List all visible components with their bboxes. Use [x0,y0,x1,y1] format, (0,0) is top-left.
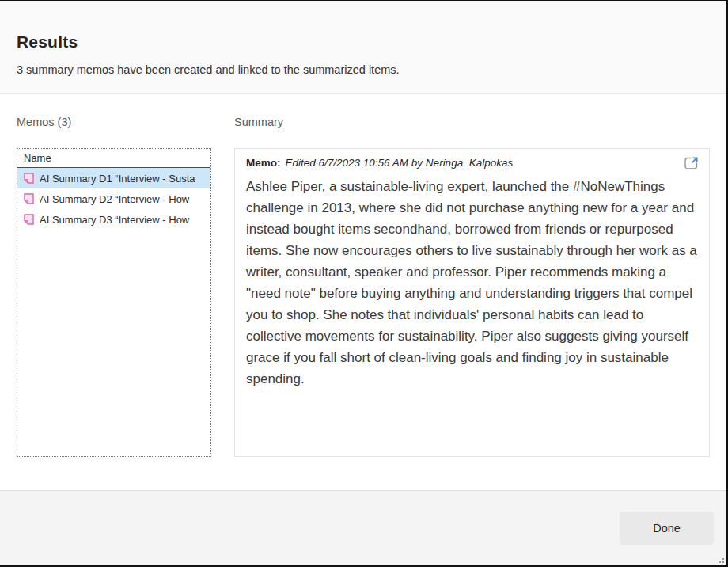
dialog-body: Memos (3) Name AI Summary D1 “Interview … [0,94,726,492]
memo-list-item[interactable]: AI Summary D1 “Interview - Susta [17,168,210,188]
page-title: Results [17,32,709,51]
memos-listbox[interactable]: Name AI Summary D1 “Interview - Susta [17,148,211,457]
memo-note-icon [23,213,35,226]
memo-note-icon [23,192,35,205]
memos-label: Memos (3) [17,116,211,128]
dialog-footer: Done [0,490,726,565]
results-dialog: Results 3 summary memos have been create… [0,0,728,567]
memo-edited-text: Edited 6/7/2023 10:56 AM by Neringa Kalp… [286,157,514,169]
memo-note-icon [23,172,35,185]
open-in-new-window-icon [684,155,700,171]
memo-list-item[interactable]: AI Summary D2 “Interview - How [17,188,210,209]
results-subtitle: 3 summary memos have been created and li… [17,63,709,76]
name-column-header: Name [17,149,210,168]
resize-grip-icon[interactable] [716,555,724,563]
memo-list-item[interactable]: AI Summary D3 “Interview - How [17,209,210,230]
memo-body-text: Ashlee Piper, a sustainable-living exper… [246,176,698,390]
open-in-new-window-button[interactable] [684,155,700,171]
memo-field-label: Memo: [246,157,281,169]
summary-column: Summary Memo:Edited 6/7/2023 10:56 AM by… [234,94,710,492]
memo-item-label: AI Summary D1 “Interview - Susta [40,173,195,185]
memos-column: Memos (3) Name AI Summary D1 “Interview … [17,94,211,492]
summary-label: Summary [234,116,710,128]
memo-header-line: Memo:Edited 6/7/2023 10:56 AM by Neringa… [246,157,698,169]
dialog-header: Results 3 summary memos have been create… [0,1,726,94]
summary-memo-panel: Memo:Edited 6/7/2023 10:56 AM by Neringa… [234,148,710,457]
done-button[interactable]: Done [620,512,714,545]
memo-item-label: AI Summary D3 “Interview - How [40,214,189,226]
memo-item-label: AI Summary D2 “Interview - How [40,193,189,205]
